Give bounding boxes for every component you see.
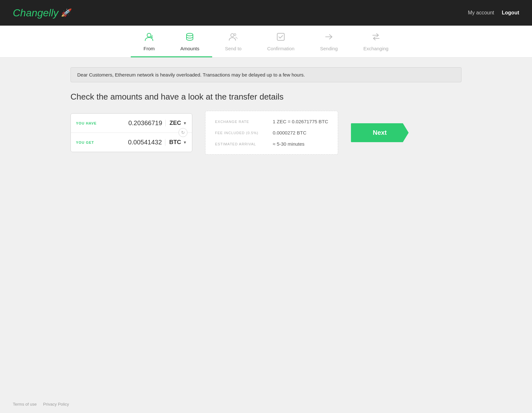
step-exchanging-icon bbox=[371, 32, 381, 44]
step-exchanging-label: Exchanging bbox=[363, 46, 388, 51]
my-account-link[interactable]: My account bbox=[468, 10, 494, 16]
main-content: Dear Customers, Ethereum network is heav… bbox=[58, 58, 474, 395]
step-amounts-label: Amounts bbox=[180, 46, 199, 51]
section-title: Check the amounts and have a look at the… bbox=[71, 92, 461, 102]
alert-banner: Dear Customers, Ethereum network is heav… bbox=[71, 67, 461, 82]
step-sending-label: Sending bbox=[320, 46, 338, 51]
logout-link[interactable]: Logout bbox=[502, 10, 519, 16]
fee-value: 0.0000272 BTC bbox=[273, 130, 306, 135]
header-nav: My account Logout bbox=[468, 10, 519, 16]
steps-container: From Amounts Send to bbox=[0, 32, 532, 57]
logo-rocket-icon: 🚀 bbox=[61, 8, 71, 17]
exchange-rate-row: EXCHANGE RATE 1 ZEC = 0.02671775 BTC bbox=[215, 119, 328, 124]
step-from-label: From bbox=[144, 46, 155, 51]
fee-row: FEE INCLUDED (0.5%) 0.0000272 BTC bbox=[215, 130, 328, 135]
logo-text: Changelly bbox=[13, 7, 58, 19]
exchange-rate-value: 1 ZEC = 0.02671775 BTC bbox=[273, 119, 328, 124]
step-send-to-label: Send to bbox=[225, 46, 242, 51]
step-confirmation-label: Confirmation bbox=[267, 46, 295, 51]
next-button[interactable]: Next bbox=[351, 123, 409, 142]
you-get-label: YOU GET bbox=[76, 141, 102, 144]
arrival-label: ESTIMATED ARRIVAL bbox=[215, 142, 266, 146]
you-have-row: YOU HAVE 0.20366719 ZEC ▼ ↻ bbox=[71, 114, 192, 133]
step-confirmation-icon bbox=[276, 32, 286, 44]
you-have-label: YOU HAVE bbox=[76, 121, 102, 125]
fee-label: FEE INCLUDED (0.5%) bbox=[215, 131, 266, 135]
header: Changelly 🚀 My account Logout bbox=[0, 0, 532, 26]
step-sending[interactable]: Sending bbox=[307, 32, 351, 56]
step-amounts[interactable]: Amounts bbox=[168, 32, 212, 57]
step-confirmation[interactable]: Confirmation bbox=[254, 32, 307, 56]
details-card: EXCHANGE RATE 1 ZEC = 0.02671775 BTC FEE… bbox=[205, 111, 338, 155]
alert-message: Dear Customers, Ethereum network is heav… bbox=[77, 72, 305, 77]
svg-point-0 bbox=[147, 33, 151, 37]
you-get-value: 0.00541432 bbox=[102, 139, 165, 146]
you-get-row: YOU GET 0.00541432 BTC ▼ bbox=[71, 133, 192, 152]
you-get-currency-selector[interactable]: BTC ▼ bbox=[165, 139, 187, 146]
step-send-to-icon bbox=[229, 32, 238, 44]
you-have-chevron-icon: ▼ bbox=[183, 121, 187, 126]
step-exchanging[interactable]: Exchanging bbox=[351, 32, 401, 56]
exchange-area: YOU HAVE 0.20366719 ZEC ▼ ↻ YOU GET 0.00… bbox=[71, 111, 461, 155]
logo: Changelly 🚀 bbox=[13, 7, 71, 19]
steps-bar: From Amounts Send to bbox=[0, 26, 532, 58]
you-have-value: 0.20366719 bbox=[102, 119, 165, 127]
step-from[interactable]: From bbox=[131, 32, 168, 57]
svg-rect-4 bbox=[277, 33, 284, 40]
svg-point-2 bbox=[231, 34, 234, 37]
step-amounts-icon bbox=[185, 32, 195, 44]
arrival-row: ESTIMATED ARRIVAL ≈ 5-30 minutes bbox=[215, 141, 328, 147]
step-send-to[interactable]: Send to bbox=[212, 32, 254, 56]
swap-refresh-icon[interactable]: ↻ bbox=[179, 128, 187, 137]
exchange-rate-label: EXCHANGE RATE bbox=[215, 120, 266, 124]
footer: Terms of use Privacy Policy bbox=[0, 395, 532, 413]
input-cards: YOU HAVE 0.20366719 ZEC ▼ ↻ YOU GET 0.00… bbox=[71, 113, 192, 152]
you-have-currency-selector[interactable]: ZEC ▼ bbox=[165, 120, 187, 126]
you-get-currency: BTC bbox=[169, 139, 181, 146]
privacy-link[interactable]: Privacy Policy bbox=[43, 402, 69, 407]
terms-link[interactable]: Terms of use bbox=[13, 402, 37, 407]
svg-point-1 bbox=[187, 33, 193, 36]
svg-point-3 bbox=[234, 34, 236, 36]
arrival-value: ≈ 5-30 minutes bbox=[273, 141, 304, 147]
step-from-icon bbox=[144, 32, 154, 44]
step-sending-icon bbox=[324, 32, 334, 44]
you-have-currency: ZEC bbox=[170, 120, 181, 126]
you-get-chevron-icon: ▼ bbox=[183, 140, 187, 145]
